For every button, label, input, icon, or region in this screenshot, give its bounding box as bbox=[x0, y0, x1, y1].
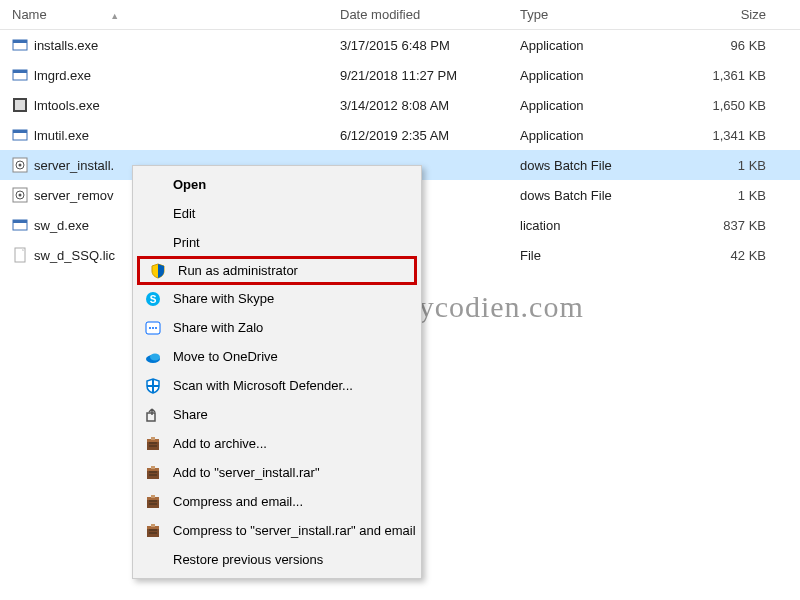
file-name: server_install. bbox=[34, 158, 114, 173]
context-menu-item[interactable]: Share with Skype bbox=[135, 284, 419, 313]
file-type: File bbox=[520, 248, 670, 263]
file-name: lmtools.exe bbox=[34, 98, 100, 113]
file-name: sw_d_SSQ.lic bbox=[34, 248, 115, 263]
file-type: Application bbox=[520, 38, 670, 53]
file-name: lmgrd.exe bbox=[34, 68, 91, 83]
file-date: 6/12/2019 2:35 AM bbox=[340, 128, 520, 143]
context-menu-item-label: Share with Skype bbox=[173, 291, 274, 306]
blank-icon bbox=[143, 204, 163, 224]
onedrive-icon bbox=[143, 347, 163, 367]
zalo-icon bbox=[143, 318, 163, 338]
file-row[interactable]: lmutil.exe6/12/2019 2:35 AMApplication1,… bbox=[0, 120, 800, 150]
context-menu-item[interactable]: Run as administrator bbox=[137, 256, 417, 285]
file-type: Application bbox=[520, 68, 670, 83]
file-size: 1,341 KB bbox=[670, 128, 780, 143]
context-menu-item[interactable]: Edit bbox=[135, 199, 419, 228]
file-icon bbox=[12, 187, 28, 203]
context-menu-item-label: Compress to "server_install.rar" and ema… bbox=[173, 523, 416, 538]
file-type: lication bbox=[520, 218, 670, 233]
file-icon bbox=[12, 157, 28, 173]
winrar-icon bbox=[143, 492, 163, 512]
blank-icon bbox=[143, 175, 163, 195]
context-menu-item[interactable]: Share bbox=[135, 400, 419, 429]
context-menu: OpenEditPrintRun as administratorShare w… bbox=[132, 165, 422, 579]
context-menu-item[interactable]: Compress to "server_install.rar" and ema… bbox=[135, 516, 419, 545]
file-size: 1 KB bbox=[670, 188, 780, 203]
context-menu-item-label: Edit bbox=[173, 206, 195, 221]
sort-ascending-icon: ▲ bbox=[110, 11, 119, 21]
column-header-name[interactable]: Name ▲ bbox=[0, 7, 340, 22]
winrar-icon bbox=[143, 463, 163, 483]
file-type: Application bbox=[520, 128, 670, 143]
file-date: 3/17/2015 6:48 PM bbox=[340, 38, 520, 53]
winrar-icon bbox=[143, 434, 163, 454]
context-menu-item-label: Add to archive... bbox=[173, 436, 267, 451]
context-menu-item[interactable]: Print bbox=[135, 228, 419, 257]
context-menu-item[interactable]: Scan with Microsoft Defender... bbox=[135, 371, 419, 400]
blank-icon bbox=[143, 233, 163, 253]
file-row[interactable]: installs.exe3/17/2015 6:48 PMApplication… bbox=[0, 30, 800, 60]
file-name: installs.exe bbox=[34, 38, 98, 53]
file-icon bbox=[12, 247, 28, 263]
file-name: sw_d.exe bbox=[34, 218, 89, 233]
context-menu-item[interactable]: Move to OneDrive bbox=[135, 342, 419, 371]
file-size: 1 KB bbox=[670, 158, 780, 173]
context-menu-item-label: Restore previous versions bbox=[173, 552, 323, 567]
context-menu-item-label: Move to OneDrive bbox=[173, 349, 278, 364]
file-type: dows Batch File bbox=[520, 158, 670, 173]
context-menu-item[interactable]: Compress and email... bbox=[135, 487, 419, 516]
shield-icon bbox=[148, 261, 168, 281]
file-date: 3/14/2012 8:08 AM bbox=[340, 98, 520, 113]
file-row[interactable]: lmtools.exe3/14/2012 8:08 AMApplication1… bbox=[0, 90, 800, 120]
file-date: 9/21/2018 11:27 PM bbox=[340, 68, 520, 83]
context-menu-item[interactable]: Restore previous versions bbox=[135, 545, 419, 574]
column-header-type[interactable]: Type bbox=[520, 7, 670, 22]
file-icon bbox=[12, 37, 28, 53]
context-menu-item-label: Scan with Microsoft Defender... bbox=[173, 378, 353, 393]
file-type: Application bbox=[520, 98, 670, 113]
context-menu-item-label: Run as administrator bbox=[178, 263, 298, 278]
context-menu-item[interactable]: Share with Zalo bbox=[135, 313, 419, 342]
share-icon bbox=[143, 405, 163, 425]
context-menu-item-label: Open bbox=[173, 177, 206, 192]
context-menu-item[interactable]: Open bbox=[135, 170, 419, 199]
context-menu-item-label: Print bbox=[173, 235, 200, 250]
winrar-icon bbox=[143, 521, 163, 541]
column-header-name-label: Name bbox=[12, 7, 47, 22]
file-icon bbox=[12, 67, 28, 83]
file-size: 96 KB bbox=[670, 38, 780, 53]
file-type: dows Batch File bbox=[520, 188, 670, 203]
blank-icon bbox=[143, 550, 163, 570]
file-size: 1,650 KB bbox=[670, 98, 780, 113]
column-header-row: Name ▲ Date modified Type Size bbox=[0, 0, 800, 30]
file-size: 837 KB bbox=[670, 218, 780, 233]
skype-icon bbox=[143, 289, 163, 309]
context-menu-item-label: Share with Zalo bbox=[173, 320, 263, 335]
file-name: lmutil.exe bbox=[34, 128, 89, 143]
column-header-date[interactable]: Date modified bbox=[340, 7, 520, 22]
file-icon bbox=[12, 97, 28, 113]
context-menu-item-label: Compress and email... bbox=[173, 494, 303, 509]
file-icon bbox=[12, 127, 28, 143]
context-menu-item[interactable]: Add to archive... bbox=[135, 429, 419, 458]
context-menu-item-label: Add to "server_install.rar" bbox=[173, 465, 320, 480]
file-size: 42 KB bbox=[670, 248, 780, 263]
defender-icon bbox=[143, 376, 163, 396]
file-row[interactable]: lmgrd.exe9/21/2018 11:27 PMApplication1,… bbox=[0, 60, 800, 90]
file-icon bbox=[12, 217, 28, 233]
file-name: server_remov bbox=[34, 188, 113, 203]
context-menu-item-label: Share bbox=[173, 407, 208, 422]
column-header-size[interactable]: Size bbox=[670, 7, 780, 22]
file-size: 1,361 KB bbox=[670, 68, 780, 83]
context-menu-item[interactable]: Add to "server_install.rar" bbox=[135, 458, 419, 487]
